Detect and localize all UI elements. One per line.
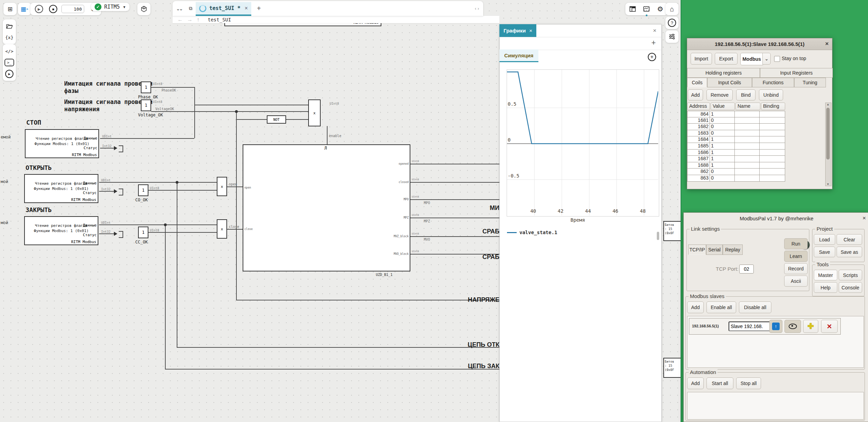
table-cell[interactable]: 0 [710, 117, 735, 124]
table-cell[interactable] [760, 150, 785, 156]
table-cell[interactable] [760, 130, 785, 137]
table-cell[interactable]: 1686 [687, 150, 710, 156]
add-graph-tab-button[interactable]: + [651, 38, 656, 47]
add-button[interactable]: Add [688, 89, 703, 100]
table-cell[interactable]: 0 [710, 175, 735, 182]
mode-select-value[interactable]: Modbus [740, 53, 763, 65]
table-cell[interactable]: 1 [710, 111, 735, 117]
table-cell[interactable]: 0 [710, 169, 735, 175]
learn-button[interactable]: Learn [784, 251, 808, 262]
layout-grid-icon[interactable]: ⊞ [4, 3, 16, 15]
table-cell[interactable]: 1681 [687, 117, 710, 124]
slave-delete-button[interactable]: × [821, 320, 838, 333]
enable-all-button[interactable]: Enable all [706, 301, 736, 313]
table-cell[interactable] [760, 136, 785, 143]
coil-tab-coils[interactable]: Coils [687, 78, 707, 87]
panel-close-icon[interactable]: × [653, 27, 656, 34]
cube-icon[interactable] [138, 3, 150, 15]
not-block[interactable]: NOT [267, 115, 286, 124]
add-button[interactable]: Add [687, 377, 704, 389]
table-cell[interactable] [735, 143, 760, 150]
graphs-tab[interactable]: Графики × [499, 24, 536, 37]
table-cell[interactable] [735, 169, 760, 175]
table-cell[interactable]: 1 [710, 150, 735, 156]
and-gate-block[interactable]: x [217, 219, 227, 239]
add-curve-icon[interactable]: + [648, 53, 656, 61]
table-cell[interactable] [760, 143, 785, 150]
table-cell[interactable] [760, 169, 785, 175]
table-cell[interactable]: 1685 [687, 143, 710, 150]
table-cell[interactable] [735, 156, 760, 162]
table-scrollbar-thumb[interactable] [826, 108, 830, 160]
register-tab-holding[interactable]: Holding registers [687, 68, 760, 78]
console-button[interactable]: Console [839, 282, 862, 293]
nav-forward-icon[interactable]: → [187, 17, 193, 23]
constant-block[interactable]: 1 [141, 81, 151, 93]
modbuspal-titlebar[interactable]: ModbusPal v1.7 by @mrhenrike × [684, 213, 868, 224]
constant-block[interactable]: 1 [141, 99, 151, 111]
project-selector[interactable]: ✓ RITM5 ▼ [91, 3, 129, 11]
coil-tab-tuning[interactable]: Tuning [794, 78, 826, 87]
scroll-down-icon[interactable]: ▼ [827, 183, 829, 186]
stay-on-top-checkbox[interactable] [774, 56, 780, 62]
save-as-button[interactable]: Save as [837, 247, 862, 257]
table-cell[interactable] [735, 111, 760, 117]
slave-row[interactable]: 192.168.56.5(1) ↑ ✚ × [689, 318, 841, 335]
stop-icon[interactable]: ■ [47, 3, 59, 15]
help-icon[interactable]: ? [666, 17, 678, 28]
load-button[interactable]: Load [814, 234, 835, 245]
partial-write-block[interactable]: Битов: 15 (0x0F [663, 221, 682, 241]
table-cell[interactable]: 1682 [687, 124, 710, 130]
stop-all-button[interactable]: Stop all [736, 377, 761, 389]
table-cell[interactable]: 863 [687, 175, 710, 182]
graphs-tab-close-icon[interactable]: × [529, 28, 533, 33]
scripts-button[interactable]: Scripts [839, 270, 862, 280]
table-cell[interactable] [760, 175, 785, 182]
table-cell[interactable]: 1688 [687, 162, 710, 169]
table-cell[interactable] [760, 111, 785, 117]
table-cell[interactable] [760, 162, 785, 169]
import-button[interactable]: Import [691, 53, 712, 65]
home-icon[interactable]: ⌂ [666, 3, 678, 15]
valve-control-block[interactable]: ЛopencloseopenedclosedMPOMPZMVZ_blockMVO… [243, 144, 410, 271]
collapse-tabs-icon[interactable]: ⌄⌄ [176, 6, 182, 11]
ascii-button[interactable]: Ascii [784, 276, 808, 287]
table-cell[interactable] [735, 130, 760, 137]
coil-tab-functions[interactable]: Functions [752, 78, 794, 87]
add-button[interactable]: Add [687, 301, 704, 313]
constant-block[interactable]: 1 [138, 227, 148, 238]
run-button[interactable]: Run [784, 238, 808, 249]
table-cell[interactable] [760, 124, 785, 130]
and-gate-block[interactable]: x [217, 177, 227, 196]
table-cell[interactable] [735, 124, 760, 130]
table-scrollbar[interactable]: ▲ ▼ [825, 103, 831, 186]
link-tab-replay[interactable]: Replay [723, 244, 743, 255]
link-tab-tcp-ip[interactable]: TCP/IP [688, 244, 706, 255]
table-cell[interactable]: 1 [710, 143, 735, 150]
bind-button[interactable]: Bind [736, 89, 755, 100]
chart-plot-area[interactable]: 0.50-0.54042444648 [507, 69, 659, 217]
tab-close-icon[interactable]: × [245, 5, 248, 11]
table-cell[interactable]: 1 [710, 162, 735, 169]
disable-all-button[interactable]: Disable all [739, 301, 771, 313]
variables-icon[interactable]: {x} [3, 32, 15, 43]
table-cell[interactable] [735, 150, 760, 156]
slave-window-close-icon[interactable]: × [825, 40, 829, 47]
table-cell[interactable]: 1684 [687, 136, 710, 143]
table-cell[interactable]: 0 [710, 130, 735, 137]
constant-block[interactable]: 1 [138, 184, 148, 196]
run-icon[interactable]: ▶ [33, 3, 45, 15]
nav-up-icon[interactable]: ↑ [197, 17, 199, 23]
table-cell[interactable]: 1 [710, 136, 735, 143]
start-all-button[interactable]: Start all [706, 377, 733, 389]
terminal-icon[interactable]: >_ [4, 59, 14, 66]
table-cell[interactable]: 862 [687, 169, 710, 175]
modbus-read-block[interactable]: Чтение регистров флаговФункции Modbus: 1… [24, 174, 98, 203]
add-block-icon[interactable]: ▦+ [19, 3, 30, 15]
settings-gear-icon[interactable]: ⚙ [654, 3, 666, 15]
scroll-up-icon[interactable]: ▲ [827, 103, 829, 106]
tabbar-overflow-icon[interactable]: ‹ › [475, 6, 479, 11]
table-cell[interactable] [735, 117, 760, 124]
modbuspal-close-icon[interactable]: × [862, 215, 866, 222]
zoom-level-input[interactable] [61, 5, 84, 13]
